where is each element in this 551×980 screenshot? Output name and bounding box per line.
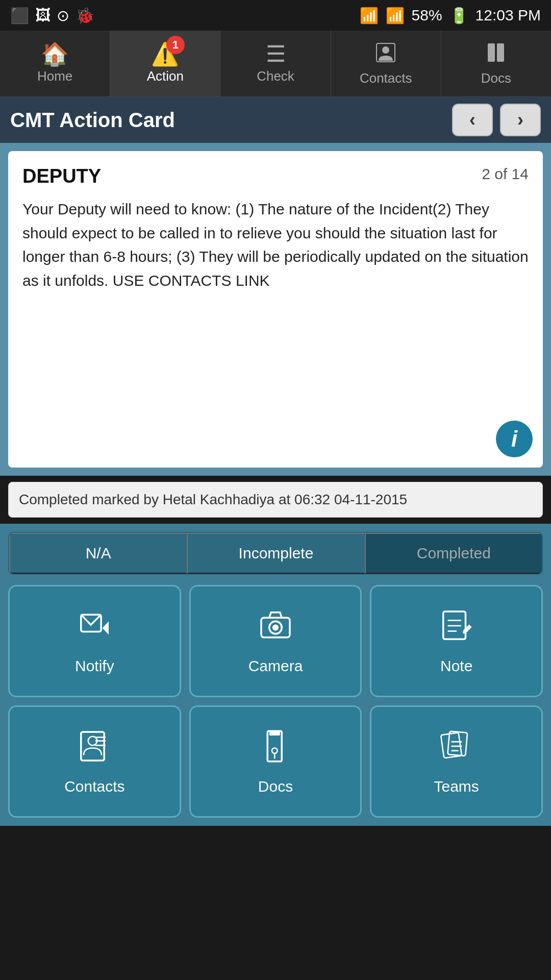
battery-icon: 🔋 <box>449 7 468 24</box>
note-label: Note <box>440 657 472 675</box>
contacts-tab-icon <box>374 41 397 67</box>
notify-icon <box>77 608 112 649</box>
status-bar: ⬛ 🖼 ⊙ 🐞 📶 📶 58% 🔋 12:03 PM <box>0 0 551 31</box>
completed-text: Completed marked by Hetal Kachhadiya at … <box>19 492 407 507</box>
camera-icon <box>258 608 293 649</box>
na-label: N/A <box>86 545 111 562</box>
main-content: DEPUTY 2 of 14 Your Deputy will need to … <box>0 143 551 476</box>
nav-tabs: 🏠 Home ⚠️ 1 Action ☰ Check Contacts Docs <box>0 31 551 97</box>
action-grid: Notify Camera <box>8 585 543 818</box>
notify-label: Notify <box>75 657 114 675</box>
contacts-button[interactable]: Contacts <box>8 705 181 818</box>
card-title: DEPUTY <box>22 165 101 187</box>
card-header: DEPUTY 2 of 14 <box>22 165 529 187</box>
tab-action-label: Action <box>147 68 184 84</box>
cast-icon: ⬛ <box>10 7 29 24</box>
wifi-icon: 📶 <box>360 7 379 24</box>
svg-rect-22 <box>447 731 467 755</box>
status-icons-left: ⬛ 🖼 ⊙ 🐞 <box>10 7 94 24</box>
docs-tab-icon <box>485 41 507 67</box>
card-counter: 2 of 14 <box>482 165 529 183</box>
svg-rect-3 <box>497 43 504 62</box>
battery-text: 58% <box>412 7 442 24</box>
info-button[interactable]: i <box>496 421 533 457</box>
camera-label: Camera <box>248 657 303 675</box>
next-button[interactable]: › <box>500 104 541 136</box>
status-info-right: 📶 📶 58% 🔋 12:03 PM <box>360 7 541 24</box>
card-body: Your Deputy will need to know: (1) The n… <box>22 198 529 292</box>
signal-icon: 📶 <box>386 7 405 24</box>
tab-home-label: Home <box>37 68 72 84</box>
page-title: CMT Action Card <box>10 109 175 132</box>
time-display: 12:03 PM <box>475 7 541 24</box>
completed-banner: Completed marked by Hetal Kachhadiya at … <box>8 482 543 518</box>
contacts-icon <box>77 728 112 770</box>
check-icon: ☰ <box>266 43 286 65</box>
svg-rect-2 <box>488 43 495 62</box>
docs-button[interactable]: Docs <box>189 705 362 818</box>
svg-point-7 <box>272 624 279 630</box>
completed-button[interactable]: Completed <box>365 533 542 574</box>
incomplete-button[interactable]: Incomplete <box>187 533 364 574</box>
contacts-label: Contacts <box>64 778 124 795</box>
tab-action[interactable]: ⚠️ 1 Action <box>110 31 220 96</box>
tab-docs-label: Docs <box>481 70 511 86</box>
teams-icon <box>439 728 474 770</box>
tab-contacts[interactable]: Contacts <box>331 31 441 96</box>
home-icon: 🏠 <box>41 43 69 65</box>
docs-label: Docs <box>258 778 293 795</box>
svg-point-19 <box>272 748 278 753</box>
note-button[interactable]: Note <box>370 585 543 697</box>
bug-icon: 🐞 <box>76 7 94 24</box>
teams-button[interactable]: Teams <box>370 705 543 818</box>
completed-label: Completed <box>417 545 491 562</box>
teams-label: Teams <box>434 778 479 795</box>
action-badge: 1 <box>166 36 185 54</box>
bottom-panel: N/A Incomplete Completed Notify <box>0 524 551 826</box>
settings-icon: ⊙ <box>57 7 69 24</box>
incomplete-label: Incomplete <box>239 545 314 562</box>
tab-check[interactable]: ☰ Check <box>220 31 331 96</box>
nav-arrows: ‹ › <box>452 104 541 136</box>
na-button[interactable]: N/A <box>9 533 187 574</box>
note-icon <box>439 608 474 649</box>
action-card: DEPUTY 2 of 14 Your Deputy will need to … <box>8 151 543 468</box>
tab-contacts-label: Contacts <box>360 70 412 86</box>
prev-button[interactable]: ‹ <box>452 104 493 136</box>
notify-button[interactable]: Notify <box>8 585 181 697</box>
docs-icon <box>258 728 293 770</box>
tab-docs[interactable]: Docs <box>441 31 551 96</box>
tab-check-label: Check <box>257 68 294 84</box>
info-icon: i <box>511 426 517 452</box>
status-buttons: N/A Incomplete Completed <box>8 532 543 575</box>
image-icon: 🖼 <box>35 7 51 24</box>
tab-home[interactable]: 🏠 Home <box>0 31 110 96</box>
svg-point-1 <box>382 46 389 54</box>
camera-button[interactable]: Camera <box>189 585 362 697</box>
svg-rect-18 <box>269 731 280 736</box>
header-bar: CMT Action Card ‹ › <box>0 97 551 143</box>
